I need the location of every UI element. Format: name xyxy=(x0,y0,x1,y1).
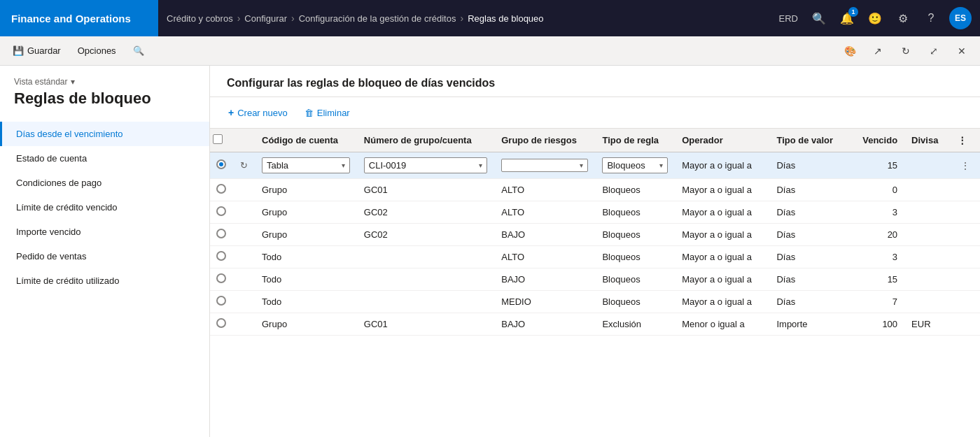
sync-icon[interactable]: ↻ xyxy=(240,160,248,171)
row-check-cell[interactable] xyxy=(210,291,232,313)
row-more-options xyxy=(951,313,980,336)
row-tipo-valor: Días xyxy=(769,152,849,179)
refresh-icon-btn[interactable]: ↻ xyxy=(893,38,918,64)
row-sync-cell xyxy=(232,268,255,291)
delete-button[interactable]: 🗑 Eliminar xyxy=(298,103,357,122)
view-label[interactable]: Vista estándar ▾ xyxy=(14,77,195,87)
row-check-cell[interactable] xyxy=(210,201,232,224)
row-grupo-riesgos: BAJO xyxy=(494,313,595,336)
row-more-options xyxy=(951,179,980,201)
table-row[interactable]: TodoMEDIOBloqueosMayor a o igual aDías7 xyxy=(210,291,980,313)
table-row[interactable]: GrupoGC02BAJOBloqueosMayor a o igual aDí… xyxy=(210,224,980,246)
options-button[interactable]: Opciones xyxy=(71,41,123,62)
chevron-down-icon: ▾ xyxy=(580,162,583,169)
table-row[interactable]: GrupoGC01BAJOExclusiónMenor o igual aImp… xyxy=(210,313,980,336)
options-label: Opciones xyxy=(78,45,116,56)
row-check-cell[interactable] xyxy=(210,224,232,246)
row-check-cell[interactable] xyxy=(210,152,232,179)
row-vencido: 0 xyxy=(849,179,904,201)
sidebar-item-dias-vencimiento[interactable]: Días desde el vencimiento xyxy=(0,122,209,146)
row-numero-grupo xyxy=(357,291,494,313)
header-checkbox[interactable] xyxy=(213,134,223,144)
row-operador: Mayor a o igual a xyxy=(675,201,769,224)
help-icon-btn[interactable]: ? xyxy=(918,6,944,31)
row-check-cell[interactable] xyxy=(210,246,232,268)
create-new-label: Crear nuevo xyxy=(237,108,288,118)
table-row[interactable]: GrupoGC01ALTOBloqueosMayor a o igual aDí… xyxy=(210,179,980,201)
row-check-cell[interactable] xyxy=(210,268,232,291)
breadcrumb-item-3[interactable]: Configuración de la gestión de créditos xyxy=(299,13,456,24)
row-radio[interactable] xyxy=(216,296,226,306)
breadcrumb-sep-1: › xyxy=(237,13,241,24)
smiley-icon-btn[interactable]: 🙂 xyxy=(862,6,888,31)
main-layout: Vista estándar ▾ Reglas de bloqueo Días … xyxy=(0,66,980,437)
row-tipo-regla: Bloqueos▾ xyxy=(595,152,675,179)
search-toolbar-icon: 🔍 xyxy=(133,45,144,56)
row-codigo-cuenta: Grupo xyxy=(255,313,357,336)
table-row[interactable]: TodoBAJOBloqueosMayor a o igual aDías15 xyxy=(210,268,980,291)
col-header-vencido: Vencido xyxy=(849,129,904,152)
create-new-button[interactable]: + Crear nuevo xyxy=(221,103,295,122)
sidebar-item-limite-credito-utilizado[interactable]: Límite de crédito utilizado xyxy=(0,268,209,293)
table-row[interactable]: TodoALTOBloqueosMayor a o igual aDías3 xyxy=(210,246,980,268)
row-more-options xyxy=(951,201,980,224)
sidebar-item-limite-credito-vencido[interactable]: Límite de crédito vencido xyxy=(0,195,209,220)
palette-icon-btn[interactable]: 🎨 xyxy=(837,38,862,64)
row-tipo-valor: Días xyxy=(769,201,849,224)
tipo-regla-dropdown[interactable]: Bloqueos▾ xyxy=(602,157,668,173)
sidebar-item-estado-cuenta[interactable]: Estado de cuenta xyxy=(0,146,209,171)
breadcrumb-item-1[interactable]: Crédito y cobros xyxy=(167,13,233,24)
row-numero-grupo: CLI-0019▾ xyxy=(357,152,494,179)
col-header-tipo-regla: Tipo de regla xyxy=(595,129,675,152)
table-row[interactable]: GrupoGC02ALTOBloqueosMayor a o igual aDí… xyxy=(210,201,980,224)
row-sync-cell xyxy=(232,179,255,201)
breadcrumb-item-4[interactable]: Reglas de bloqueo xyxy=(468,13,543,24)
table-row[interactable]: ↻Tabla▾CLI-0019▾▾Bloqueos▾Mayor a o igua… xyxy=(210,152,980,179)
sidebar-item-pedido-ventas[interactable]: Pedido de ventas xyxy=(0,244,209,268)
content-area: Configurar las reglas de bloqueo de días… xyxy=(210,66,980,437)
top-bar: Finance and Operations Crédito y cobros … xyxy=(0,0,980,36)
row-operador: Menor o igual a xyxy=(675,313,769,336)
row-operador: Mayor a o igual a xyxy=(675,224,769,246)
codigo-cuenta-dropdown[interactable]: Tabla▾ xyxy=(262,157,350,173)
grupo-riesgos-dropdown[interactable]: ▾ xyxy=(501,159,588,172)
row-radio[interactable] xyxy=(216,206,226,216)
row-radio[interactable] xyxy=(216,318,226,328)
breadcrumb-item-2[interactable]: Configurar xyxy=(244,13,287,24)
row-codigo-cuenta: Todo xyxy=(255,268,357,291)
content-header: Configurar las reglas de bloqueo de días… xyxy=(210,66,980,97)
row-numero-grupo: GC01 xyxy=(357,179,494,201)
expand-icon-btn[interactable]: ⤢ xyxy=(921,38,946,64)
numero-grupo-dropdown[interactable]: CLI-0019▾ xyxy=(364,157,487,173)
more-options-icon[interactable]: ⋮ xyxy=(958,160,973,171)
search-toolbar-btn[interactable]: 🔍 xyxy=(126,41,151,62)
sidebar-item-condiciones-pago[interactable]: Condiciones de pago xyxy=(0,171,209,195)
chevron-down-icon: ▾ xyxy=(659,162,663,169)
user-avatar[interactable]: ES xyxy=(949,7,972,29)
row-more-options xyxy=(951,224,980,246)
row-sync-cell xyxy=(232,313,255,336)
save-button[interactable]: 💾 Guardar xyxy=(6,41,68,62)
row-radio[interactable] xyxy=(216,184,226,194)
row-more-options xyxy=(951,268,980,291)
share-icon-btn[interactable]: ↗ xyxy=(865,38,890,64)
chevron-down-icon: ▾ xyxy=(342,162,345,169)
search-icon-btn[interactable]: 🔍 xyxy=(806,6,832,31)
close-icon-btn[interactable]: ✕ xyxy=(949,38,974,64)
save-label: Guardar xyxy=(27,45,61,56)
row-numero-grupo: GC02 xyxy=(357,224,494,246)
row-radio[interactable] xyxy=(216,251,226,261)
settings-icon-btn[interactable]: ⚙ xyxy=(890,6,916,31)
row-check-cell[interactable] xyxy=(210,313,232,336)
top-bar-icons: ERD 🔍 🔔 1 🙂 ⚙ ? ES xyxy=(774,6,980,31)
sidebar-item-importe-vencido[interactable]: Importe vencido xyxy=(0,220,209,244)
data-table: Código de cuenta Número de grupo/cuenta … xyxy=(210,129,980,336)
trash-icon: 🗑 xyxy=(304,108,314,118)
row-radio[interactable] xyxy=(216,159,226,169)
row-radio[interactable] xyxy=(216,229,226,238)
row-radio[interactable] xyxy=(216,273,226,283)
row-check-cell[interactable] xyxy=(210,179,232,201)
row-tipo-valor: Días xyxy=(769,224,849,246)
row-vencido: 15 xyxy=(849,268,904,291)
row-sync-cell xyxy=(232,201,255,224)
